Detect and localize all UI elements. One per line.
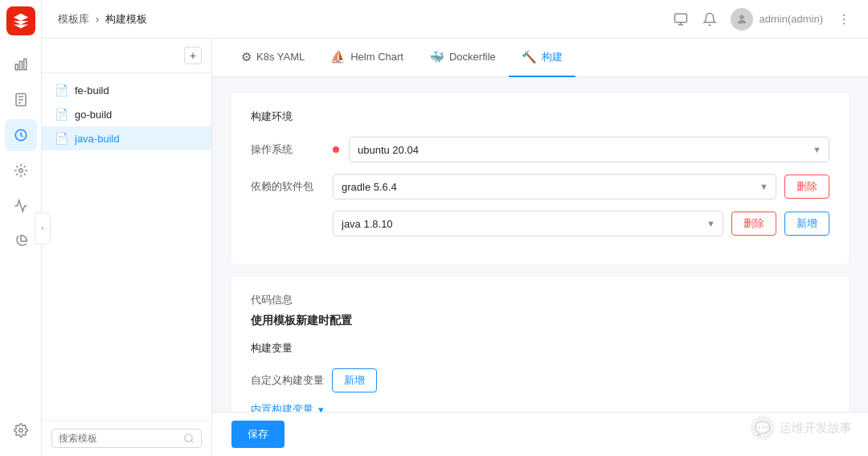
search-input-wrap: [51, 429, 202, 448]
tab-build-icon: 🔨: [522, 50, 537, 64]
tab-k8s[interactable]: ⚙ K8s YAML: [228, 39, 317, 77]
deps-delete-btn-1[interactable]: 删除: [784, 175, 829, 199]
user-info[interactable]: admin(admin): [731, 8, 823, 31]
svg-point-16: [843, 23, 845, 24]
bottom-bar: 保存: [212, 412, 868, 456]
topbar-actions: admin(admin): [673, 8, 852, 31]
svg-rect-1: [19, 61, 22, 70]
deps-delete-btn-2[interactable]: 删除: [731, 212, 776, 236]
deps-control-2: java 1.8.10 ▼ 删除 新增: [333, 211, 829, 236]
sidebar-item-doc[interactable]: [5, 84, 37, 116]
file-item-java-build[interactable]: 📄 java-build: [42, 126, 211, 150]
deps-select-1[interactable]: gradle 5.6.4: [333, 174, 776, 199]
more-icon[interactable]: [836, 11, 852, 27]
os-control: ubuntu 20.04 ▼: [349, 137, 829, 162]
deps-control-1: gradle 5.6.4 ▼ 删除: [333, 174, 829, 199]
os-row: 操作系统 ubuntu 20.04 ▼: [251, 137, 829, 162]
sidebar-nav: [5, 48, 37, 414]
svg-point-13: [739, 14, 743, 18]
svg-rect-0: [15, 64, 18, 70]
file-name-java: java-build: [75, 133, 120, 145]
content-area: + 📄 fe-build 📄 go-build 📄 java-build: [42, 39, 868, 456]
logo-icon: [12, 12, 30, 30]
svg-point-17: [185, 434, 192, 442]
file-icon-go: 📄: [55, 108, 68, 121]
bell-icon[interactable]: [702, 11, 718, 27]
tab-helm[interactable]: ⛵ Helm Chart: [317, 39, 416, 77]
secondary-sidebar: + 📄 fe-build 📄 go-build 📄 java-build: [42, 39, 212, 456]
file-icon-fe: 📄: [55, 84, 68, 97]
monitor-icon[interactable]: [673, 11, 689, 27]
os-select[interactable]: ubuntu 20.04: [349, 137, 829, 162]
main-area: 模板库 › 构建模板 admin(admin): [42, 0, 868, 456]
os-select-wrap: ubuntu 20.04 ▼: [349, 137, 829, 162]
sidebar-item-tool[interactable]: [5, 154, 37, 187]
topbar: 模板库 › 构建模板 admin(admin): [42, 0, 868, 39]
sidebar-item-stats[interactable]: [5, 225, 37, 257]
deps-select-2[interactable]: java 1.8.10: [333, 211, 723, 236]
sidebar-collapse-btn[interactable]: ›: [35, 212, 51, 244]
build-var-title: 构建变量: [251, 341, 829, 355]
file-name-go: go-build: [75, 109, 112, 121]
tab-dockerfile[interactable]: 🐳 Dockerfile: [416, 39, 509, 77]
tab-k8s-label: K8s YAML: [256, 51, 305, 63]
tab-build[interactable]: 🔨 构建: [509, 39, 575, 77]
breadcrumb-sep: ›: [96, 13, 99, 25]
build-var-custom-row: 自定义构建变量 新增: [251, 368, 829, 392]
deps-label: 依赖的软件包: [251, 179, 323, 194]
breadcrumb-root[interactable]: 模板库: [58, 12, 89, 27]
file-item-fe-build[interactable]: 📄 fe-build: [42, 78, 211, 102]
sidebar: ›: [0, 0, 42, 456]
sidebar-item-pkg[interactable]: [5, 119, 37, 151]
breadcrumb-current: 构建模板: [105, 12, 147, 27]
sidebar-bottom: [5, 414, 37, 456]
add-template-btn[interactable]: +: [184, 47, 202, 64]
inner-vars-toggle[interactable]: 内置构建变量 ▾: [251, 402, 829, 412]
tab-dockerfile-icon: 🐳: [429, 50, 444, 64]
search-input[interactable]: [59, 433, 183, 444]
svg-point-14: [843, 14, 845, 15]
tab-helm-label: Helm Chart: [350, 51, 403, 63]
breadcrumb: 模板库 › 构建模板: [58, 12, 147, 27]
file-icon-java: 📄: [55, 132, 68, 145]
sidebar-item-settings[interactable]: [5, 414, 37, 446]
svg-rect-10: [674, 14, 686, 23]
inner-vars-label: 内置构建变量: [251, 402, 313, 412]
deps-row-1: 依赖的软件包 gradle 5.6.4 ▼ 删除: [251, 174, 829, 199]
file-list: 📄 fe-build 📄 go-build 📄 java-build: [42, 73, 211, 420]
file-item-go-build[interactable]: 📄 go-build: [42, 102, 211, 126]
svg-point-8: [18, 169, 23, 173]
build-env-section: 构建环境 操作系统 ubuntu 20.04 ▼: [231, 93, 849, 264]
page-content: 构建环境 操作系统 ubuntu 20.04 ▼: [212, 77, 868, 412]
custom-var-label: 自定义构建变量: [251, 373, 324, 388]
app-logo: [6, 6, 35, 35]
code-info-section: 代码信息 使用模板新建时配置 构建变量 自定义构建变量 新增 内置构建变量 ▾: [231, 277, 849, 412]
save-button[interactable]: 保存: [231, 421, 285, 448]
tab-k8s-icon: ⚙: [241, 50, 252, 64]
file-name-fe: fe-build: [75, 84, 109, 97]
tab-helm-icon: ⛵: [330, 50, 346, 64]
user-avatar: [731, 8, 753, 31]
code-info-value: 使用模板新建时配置: [251, 314, 829, 328]
deps-add-btn[interactable]: 新增: [784, 212, 829, 236]
inner-vars-chevron: ▾: [318, 404, 324, 413]
deps-select-wrap-1: gradle 5.6.4 ▼: [333, 174, 776, 199]
build-env-title: 构建环境: [251, 109, 829, 124]
deps-row-2: java 1.8.10 ▼ 删除 新增: [251, 211, 829, 236]
build-var-section: 构建变量 自定义构建变量 新增 内置构建变量 ▾: [251, 341, 829, 412]
svg-line-18: [191, 441, 194, 443]
svg-point-9: [18, 429, 23, 433]
tab-build-label: 构建: [542, 50, 563, 64]
user-name: admin(admin): [760, 13, 823, 25]
custom-var-add-btn[interactable]: 新增: [332, 368, 377, 392]
required-dot: [333, 146, 339, 153]
svg-rect-2: [23, 59, 26, 70]
secondary-sidebar-header: +: [42, 39, 211, 73]
search-icon: [183, 433, 194, 444]
sidebar-item-chart[interactable]: [5, 48, 37, 80]
code-info-label: 代码信息: [251, 293, 829, 307]
right-panel: ⚙ K8s YAML ⛵ Helm Chart 🐳 Dockerfile 🔨 构…: [212, 39, 868, 456]
sidebar-item-monitor[interactable]: [5, 190, 37, 222]
svg-point-15: [843, 18, 845, 19]
secondary-sidebar-search: [42, 420, 211, 456]
